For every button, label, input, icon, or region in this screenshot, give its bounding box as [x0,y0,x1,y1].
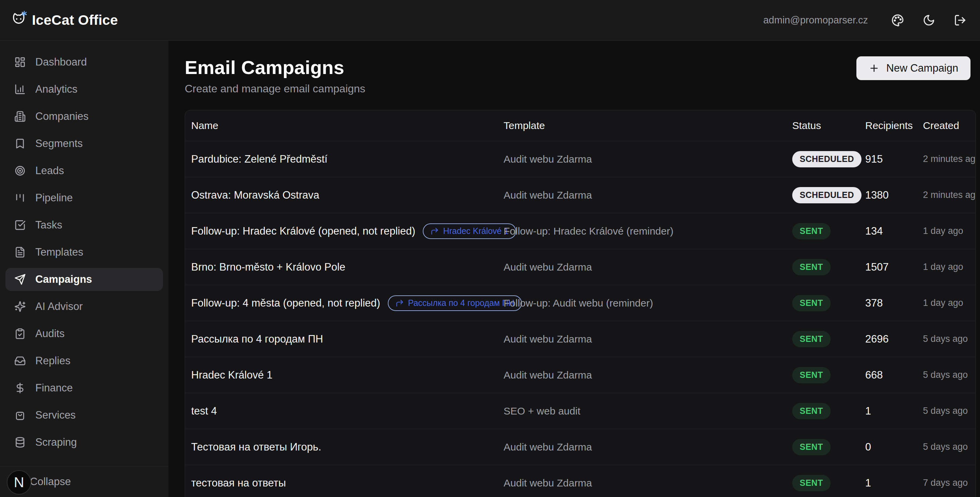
sidebar-item-templates[interactable]: Templates [5,241,163,264]
topbar: IceCat Office admin@promoparser.cz [0,0,980,41]
nextjs-dev-badge[interactable]: N [7,470,31,495]
new-campaign-button[interactable]: New Campaign [856,56,970,80]
main-content: Email Campaigns Create and manage email … [169,41,980,497]
sidebar-item-label: Campaigns [35,273,92,286]
campaign-template: Follow-up: Audit webu (reminder) [504,297,792,309]
templates-icon [14,246,26,258]
sidebar-nav: Dashboard Analytics Companies Segments L… [0,51,169,454]
sidebar-item-label: Leads [35,165,64,177]
campaign-created: 5 days ago [923,441,975,452]
campaign-recipients: 1507 [865,261,923,273]
campaigns-icon [14,274,26,285]
corner-up-right-icon [430,227,439,236]
campaign-name: Hradec Králové 1 [191,369,273,381]
sidebar-item-services[interactable]: Services [5,403,163,427]
sidebar-item-analytics[interactable]: Analytics [5,78,163,101]
table-row[interactable]: тестовая на ответы Audit webu Zdarma SEN… [185,465,975,497]
forward-badge[interactable]: Hradec Králové 1 [423,223,516,239]
forward-badge-label: Hradec Králové 1 [443,226,509,236]
status-badge: SENT [792,259,830,275]
campaign-created: 1 day ago [923,262,975,272]
segments-icon [14,138,26,149]
status-badge: SCHEDULED [792,187,861,203]
campaign-name: Тестовая на ответы Игорь. [191,441,321,453]
sidebar-item-label: Audits [35,328,65,340]
topbar-actions: admin@promoparser.cz [764,14,966,27]
table-header-row: Name Template Status Recipients Created [185,110,975,141]
campaign-recipients: 1380 [865,189,923,201]
sidebar-item-ai-advisor[interactable]: AI Advisor [5,295,163,318]
campaign-created: 5 days ago [923,406,975,416]
campaign-recipients: 378 [865,297,923,309]
app-title: IceCat Office [32,12,118,28]
companies-icon [14,111,26,122]
campaign-table-body: Pardubice: Zelené Předměstí Audit webu Z… [185,141,975,497]
sidebar-item-leads[interactable]: Leads [5,159,163,182]
forward-badge-label: Рассылка по 4 городам ПН [408,298,514,308]
table-row[interactable]: Follow-up: Hradec Králové (opened, not r… [185,213,975,249]
campaign-created: 5 days ago [923,334,975,344]
table-row[interactable]: Hradec Králové 1 Audit webu Zdarma SENT … [185,357,975,393]
campaign-name: Pardubice: Zelené Předměstí [191,153,328,165]
campaign-created: 2 minutes ago [923,190,975,200]
sidebar-item-pipeline[interactable]: Pipeline [5,186,163,210]
campaign-template: Audit webu Zdarma [504,477,792,489]
sidebar: Dashboard Analytics Companies Segments L… [0,41,169,497]
table-row[interactable]: Ostrava: Moravská Ostrava Audit webu Zda… [185,177,975,213]
campaign-template: Audit webu Zdarma [504,154,792,165]
brand[interactable]: IceCat Office [10,11,118,30]
sidebar-item-campaigns[interactable]: Campaigns [5,268,163,291]
campaign-name: Brno: Brno-město + Královo Pole [191,261,345,273]
forward-badge[interactable]: Рассылка по 4 городам ПН [388,295,522,311]
sidebar-item-label: Companies [35,110,89,122]
status-badge: SCHEDULED [792,151,861,167]
theme-palette-button[interactable] [891,14,904,27]
campaign-name: Ostrava: Moravská Ostrava [191,189,319,201]
table-row[interactable]: Brno: Brno-město + Královo Pole Audit we… [185,249,975,285]
table-row[interactable]: Рассылка по 4 городам ПН Audit webu Zdar… [185,321,975,357]
column-header-name: Name [191,120,504,131]
sidebar-item-segments[interactable]: Segments [5,132,163,155]
table-row[interactable]: Follow-up: 4 města (opened, not replied)… [185,285,975,321]
campaign-name: test 4 [191,405,217,417]
campaign-recipients: 915 [865,153,923,165]
logout-button[interactable] [953,14,966,27]
sidebar-item-finance[interactable]: Finance [5,376,163,400]
status-badge: SENT [792,475,830,491]
sidebar-item-label: Pipeline [35,192,73,204]
page-subtitle: Create and manage email campaigns [185,83,365,95]
sidebar-item-replies[interactable]: Replies [5,349,163,372]
dashboard-icon [14,56,26,68]
column-header-created: Created [923,120,975,131]
leads-icon [14,165,26,176]
table-row[interactable]: Тестовая на ответы Игорь. Audit webu Zda… [185,429,975,465]
sidebar-item-label: Services [35,409,76,421]
logout-icon [954,14,966,27]
collapse-label: Collapse [30,476,71,488]
campaign-created: 7 days ago [923,478,975,488]
status-badge: SENT [792,403,830,419]
campaign-recipients: 0 [865,441,923,453]
sidebar-collapse[interactable]: N Collapse [0,466,169,497]
sidebar-item-scraping[interactable]: Scraping [5,431,163,454]
campaign-recipients: 668 [865,369,923,381]
sidebar-item-dashboard[interactable]: Dashboard [5,51,163,74]
campaign-created: 1 day ago [923,226,975,236]
dark-mode-toggle-button[interactable] [922,14,935,27]
moon-icon [923,14,935,27]
status-badge: SENT [792,295,830,311]
sidebar-item-companies[interactable]: Companies [5,105,163,128]
column-header-template: Template [504,120,792,131]
status-badge: SENT [792,367,830,383]
campaign-template: SEO + web audit [504,405,792,417]
table-row[interactable]: test 4 SEO + web audit SENT 1 5 days ago [185,393,975,429]
sidebar-item-label: Replies [35,355,70,367]
icecat-logo-icon [10,11,27,30]
sidebar-item-tasks[interactable]: Tasks [5,214,163,237]
campaign-created: 1 day ago [923,298,975,308]
analytics-icon [14,84,26,95]
sidebar-item-audits[interactable]: Audits [5,322,163,345]
table-row[interactable]: Pardubice: Zelené Předměstí Audit webu Z… [185,141,975,177]
sidebar-item-label: Segments [35,138,83,150]
campaign-template: Audit webu Zdarma [504,261,792,273]
